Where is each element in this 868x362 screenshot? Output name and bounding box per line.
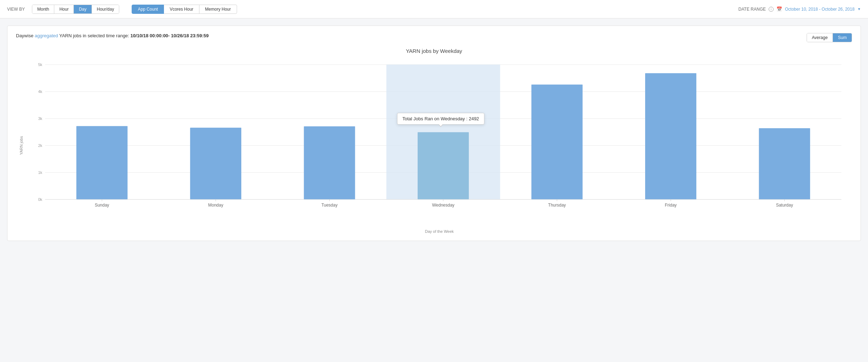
desc-highlight: aggregated (35, 33, 58, 38)
svg-rect-12 (76, 126, 127, 199)
x-axis-label: Day of the Week (27, 229, 852, 234)
date-range-value[interactable]: October 10, 2018 - October 26, 2018 (785, 7, 855, 12)
date-range-area: DATE RANGE i 📅 October 10, 2018 - Octobe… (738, 6, 861, 12)
view-hourday-button[interactable]: Hour/day (92, 5, 119, 13)
desc-suffix: in selected time range: (83, 33, 129, 38)
y-axis-label-container: YARN jobs (16, 57, 27, 234)
desc-range: 10/10/18 00:00:00- 10/26/18 23:59:59 (131, 33, 209, 38)
chart-wrap: YARN jobs 5k4k3k2k1k0kSundayMondayTuesda… (16, 57, 852, 234)
svg-text:Wednesday: Wednesday (432, 203, 454, 208)
metric-group: App Count Vcores Hour Memory Hour (132, 5, 237, 14)
chevron-down-icon[interactable]: ▼ (857, 7, 861, 11)
date-range-info-icon[interactable]: i (769, 7, 774, 12)
svg-rect-25 (531, 84, 582, 199)
view-hour-button[interactable]: Hour (54, 5, 74, 13)
main-content: Daywise aggregated YARN jobs in selected… (0, 18, 868, 248)
svg-text:2k: 2k (38, 143, 42, 148)
desc-middle: YARN jobs (59, 33, 82, 38)
svg-text:1k: 1k (38, 170, 42, 175)
chart-svg-area: 5k4k3k2k1k0kSundayMondayTuesdayWednesday… (27, 57, 852, 228)
view-month-button[interactable]: Month (32, 5, 54, 13)
chart-header: Daywise aggregated YARN jobs in selected… (16, 33, 852, 42)
chart-title: YARN jobs by Weekday (16, 48, 852, 54)
sum-button[interactable]: Sum (833, 33, 852, 42)
svg-text:Monday: Monday (208, 203, 224, 208)
svg-rect-18 (304, 126, 355, 199)
svg-rect-28 (645, 73, 696, 199)
y-axis-label: YARN jobs (19, 136, 23, 155)
chart-card: Daywise aggregated YARN jobs in selected… (7, 26, 861, 241)
svg-text:Sunday: Sunday (95, 203, 109, 208)
chart-inner: 5k4k3k2k1k0kSundayMondayTuesdayWednesday… (27, 57, 852, 234)
chart-description: Daywise aggregated YARN jobs in selected… (16, 33, 209, 38)
svg-text:0k: 0k (38, 197, 42, 202)
view-day-button[interactable]: Day (74, 5, 92, 13)
metric-vcoreshour-button[interactable]: Vcores Hour (164, 5, 199, 14)
toolbar: VIEW BY Month Hour Day Hour/day App Coun… (0, 0, 868, 18)
date-range-label: DATE RANGE (738, 7, 766, 12)
calendar-icon: 📅 (776, 6, 782, 12)
svg-text:4k: 4k (38, 89, 42, 94)
avg-sum-group: Average Sum (807, 33, 852, 42)
svg-text:Tuesday: Tuesday (322, 203, 338, 208)
svg-text:Friday: Friday (665, 203, 676, 208)
svg-text:Thursday: Thursday (548, 203, 566, 208)
view-by-group: Month Hour Day Hour/day (32, 5, 119, 14)
average-button[interactable]: Average (807, 33, 833, 42)
svg-rect-15 (190, 128, 241, 199)
svg-text:3k: 3k (38, 116, 42, 121)
svg-rect-31 (759, 128, 810, 199)
desc-prefix: Daywise (16, 33, 33, 38)
svg-text:5k: 5k (38, 62, 42, 67)
metric-memoryhour-button[interactable]: Memory Hour (199, 5, 237, 14)
metric-appcount-button[interactable]: App Count (132, 5, 164, 14)
svg-rect-22 (418, 132, 469, 199)
view-by-label: VIEW BY (7, 7, 25, 12)
svg-text:Saturday: Saturday (776, 203, 793, 208)
